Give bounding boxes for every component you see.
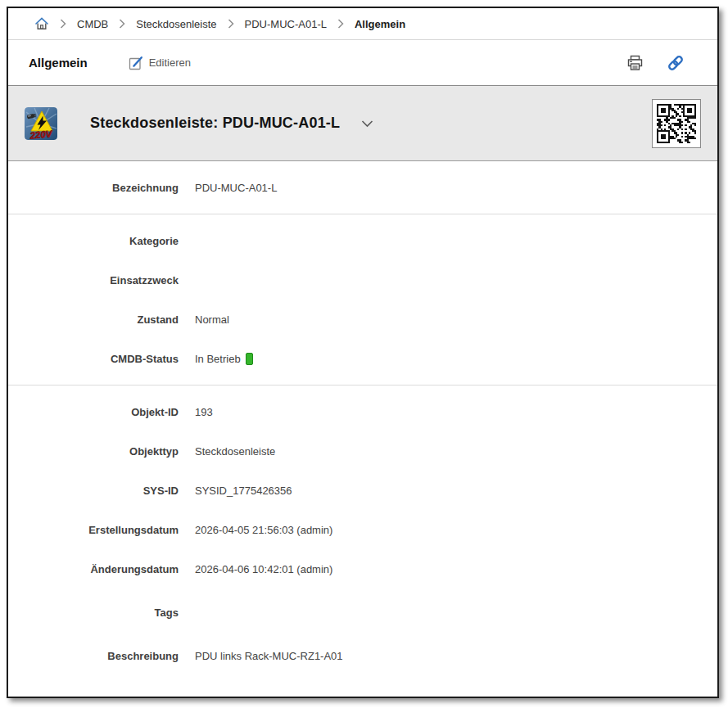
field-row: Änderungsdatum 2026-04-06 10:42:01 (admi… xyxy=(8,549,717,588)
category-content: Bezeichnung PDU-MUC-A01-L Kategorie Eins… xyxy=(8,161,717,697)
status-indicator xyxy=(246,353,253,365)
chevron-right-icon xyxy=(228,19,234,29)
object-header: 220V Steckdosenleiste: PDU-MUC-A01-L xyxy=(8,86,717,161)
field-value: SYSID_1775426356 xyxy=(195,485,292,497)
print-icon xyxy=(626,55,644,71)
chevron-right-icon xyxy=(119,19,125,29)
field-value: PDU links Rack-MUC-RZ1-A01 xyxy=(195,650,343,662)
object-title: Steckdosenleiste: PDU-MUC-A01-L xyxy=(90,115,340,132)
field-row: CMDB-Status In Betrieb xyxy=(8,339,717,378)
chevron-right-icon xyxy=(60,19,66,29)
field-label: SYS-ID xyxy=(8,485,179,497)
field-value: PDU-MUC-A01-L xyxy=(195,182,277,194)
field-value: 2026-04-05 21:56:03 (admin) xyxy=(195,524,332,536)
chevron-right-icon xyxy=(337,19,344,29)
section-title-field: Bezeichnung PDU-MUC-A01-L xyxy=(8,161,717,214)
field-label: Tags xyxy=(8,607,179,619)
breadcrumb: CMDB Steckdosenleiste PDU-MUC-A01-L Allg… xyxy=(8,8,717,40)
field-row: Einsatzzweck xyxy=(8,260,717,300)
category-heading: Allgemein xyxy=(29,56,88,70)
section-classification: Kategorie Einsatzzweck Zustand Normal CM… xyxy=(8,214,717,386)
field-row: Tags xyxy=(8,588,717,636)
field-row: SYS-ID SYSID_1775426356 xyxy=(8,471,717,510)
field-row: Zustand Normal xyxy=(8,300,717,339)
field-value: Normal xyxy=(195,313,229,326)
field-label: Erstellungsdatum xyxy=(8,524,179,536)
edit-icon xyxy=(129,56,143,70)
chevron-down-icon[interactable] xyxy=(361,120,373,128)
category-toolbar: Allgemein Editieren xyxy=(8,40,717,86)
field-value: 2026-04-06 10:42:01 (admin) xyxy=(195,563,332,575)
field-label: Kategorie xyxy=(8,235,179,247)
cmdb-status-value: In Betrieb xyxy=(195,353,241,365)
edit-button[interactable]: Editieren xyxy=(129,56,191,70)
field-value: In Betrieb xyxy=(195,353,253,365)
svg-text:220V: 220V xyxy=(29,129,53,140)
field-label: Bezeichnung xyxy=(8,182,179,194)
field-row: Objekt-ID 193 xyxy=(8,392,717,431)
field-label: Einsatzzweck xyxy=(8,274,179,286)
field-label: Zustand xyxy=(8,313,179,326)
field-row: Bezeichnung PDU-MUC-A01-L xyxy=(8,168,717,207)
field-label: Objekttyp xyxy=(8,445,179,458)
power-strip-220v-icon: 220V xyxy=(25,107,57,140)
field-label: CMDB-Status xyxy=(8,353,179,365)
field-label: Änderungsdatum xyxy=(8,563,179,575)
field-row: Beschreibung PDU links Rack-MUC-RZ1-A01 xyxy=(8,636,717,675)
breadcrumb-item-objecttype[interactable]: Steckdosenleiste xyxy=(136,18,216,30)
field-row: Objekttyp Steckdosenleiste xyxy=(8,431,717,471)
field-label: Beschreibung xyxy=(8,650,179,662)
object-detail-window: CMDB Steckdosenleiste PDU-MUC-A01-L Allg… xyxy=(7,7,719,698)
breadcrumb-item-object[interactable]: PDU-MUC-A01-L xyxy=(245,18,327,30)
section-object-info: Objekt-ID 193 Objekttyp Steckdosenleiste… xyxy=(8,386,717,682)
field-value: 193 xyxy=(195,406,213,418)
edit-button-label: Editieren xyxy=(149,56,191,69)
print-button[interactable] xyxy=(626,55,644,71)
field-row: Erstellungsdatum 2026-04-05 21:56:03 (ad… xyxy=(8,510,717,549)
link-icon xyxy=(667,54,685,72)
home-button[interactable] xyxy=(34,16,49,31)
qr-code xyxy=(652,99,701,148)
qr-code-pattern xyxy=(657,104,696,143)
field-row: Kategorie xyxy=(8,221,717,260)
breadcrumb-item-cmdb[interactable]: CMDB xyxy=(77,18,108,30)
permalink-button[interactable] xyxy=(667,54,685,72)
field-label: Objekt-ID xyxy=(8,406,179,418)
home-icon xyxy=(34,16,49,31)
field-value: Steckdosenleiste xyxy=(195,445,275,458)
breadcrumb-item-current[interactable]: Allgemein xyxy=(355,18,405,30)
